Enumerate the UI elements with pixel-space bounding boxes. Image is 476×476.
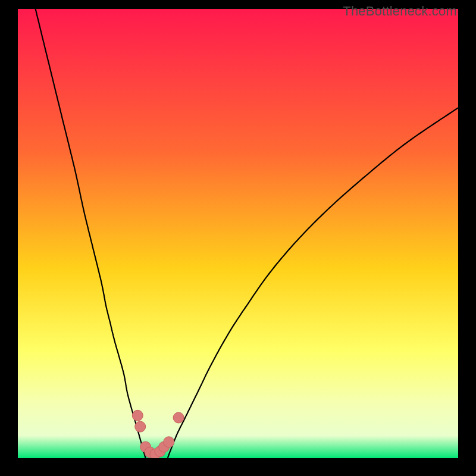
watermark-text: TheBottleneck.com <box>343 4 457 19</box>
gradient-background <box>18 9 458 458</box>
chart-frame: TheBottleneck.com <box>0 0 476 476</box>
data-marker <box>132 410 143 421</box>
data-marker <box>173 412 184 423</box>
plot-area <box>18 9 458 458</box>
plot-svg <box>18 9 458 458</box>
data-marker <box>135 421 146 432</box>
data-marker <box>164 437 174 447</box>
